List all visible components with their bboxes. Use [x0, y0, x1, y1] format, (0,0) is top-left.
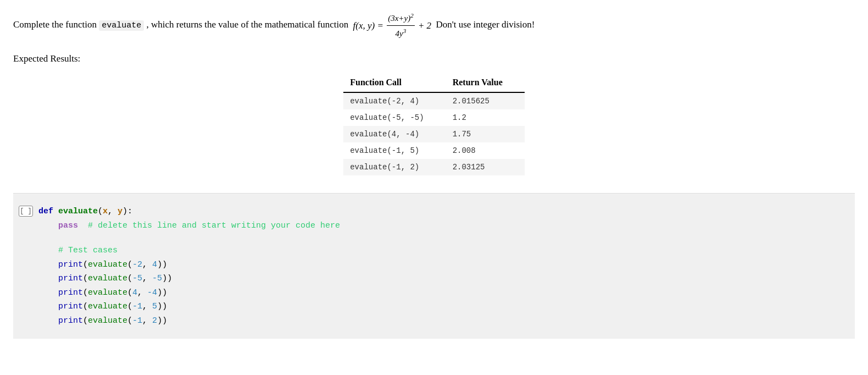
cell-value: 1.75 — [446, 126, 525, 142]
results-table: Function Call Return Value evaluate(-2, … — [343, 73, 525, 175]
problem-statement: Complete the function evaluate , which r… — [13, 11, 855, 40]
table-row: evaluate(-1, 5)2.008 — [343, 142, 525, 159]
comment-test-code: # Test cases — [38, 244, 118, 258]
def-code: def evaluate(x, y): — [38, 205, 132, 219]
print-line: print(evaluate(4, -4)) — [19, 286, 844, 300]
function-name-inline: evaluate — [99, 20, 144, 31]
cell-value: 2.015625 — [446, 92, 525, 109]
denominator: 4y3 — [394, 26, 408, 40]
cell-call: evaluate(-1, 2) — [343, 159, 446, 175]
print-line: print(evaluate(-2, 4)) — [19, 258, 844, 272]
cell-value: 1.2 — [446, 109, 525, 126]
print-code: print(evaluate(-1, 5)) — [38, 300, 167, 314]
description-text: , which returns the value of the mathema… — [147, 19, 349, 30]
pass-line: pass # delete this line and start writin… — [19, 219, 844, 233]
cell-call: evaluate(-2, 4) — [343, 92, 446, 109]
formula-label: f(x, y) = — [353, 18, 386, 33]
intro-text: Complete the function — [13, 19, 97, 30]
cell-call: evaluate(-1, 5) — [343, 142, 446, 159]
table-header-row: Function Call Return Value — [343, 73, 525, 92]
table-row: evaluate(-5, -5)1.2 — [343, 109, 525, 126]
results-table-container: Function Call Return Value evaluate(-2, … — [13, 73, 855, 175]
col-function-call: Function Call — [343, 73, 446, 92]
run-button[interactable]: [ ] — [19, 206, 33, 217]
cell-call: evaluate(4, -4) — [343, 126, 446, 142]
print-line: print(evaluate(-1, 5)) — [19, 300, 844, 314]
print-code: print(evaluate(4, -4)) — [38, 286, 167, 300]
cell-call: evaluate(-5, -5) — [343, 109, 446, 126]
table-row: evaluate(-2, 4)2.015625 — [343, 92, 525, 109]
expected-results-label: Expected Results: — [13, 53, 855, 64]
table-row: evaluate(4, -4)1.75 — [343, 126, 525, 142]
plus-two: + 2 — [416, 18, 431, 33]
def-line: [ ] def evaluate(x, y): — [19, 205, 844, 219]
numerator: (3x+y)2 — [387, 11, 414, 26]
print-code: print(evaluate(-1, 2)) — [38, 314, 167, 328]
table-row: evaluate(-1, 2)2.03125 — [343, 159, 525, 175]
fraction: (3x+y)2 4y3 — [387, 11, 414, 40]
print-line: print(evaluate(-1, 2)) — [19, 314, 844, 328]
comment-test-line: # Test cases — [19, 244, 844, 258]
print-code: print(evaluate(-5, -5)) — [38, 272, 172, 286]
math-formula: f(x, y) = (3x+y)2 4y3 + 2 — [353, 11, 432, 40]
col-return-value: Return Value — [446, 73, 525, 92]
cell-value: 2.008 — [446, 142, 525, 159]
cell-value: 2.03125 — [446, 159, 525, 175]
warning-text: Don't use integer division! — [436, 19, 535, 30]
code-editor[interactable]: [ ] def evaluate(x, y): pass # delete th… — [13, 193, 855, 339]
pass-code: pass # delete this line and start writin… — [38, 219, 340, 233]
print-line: print(evaluate(-5, -5)) — [19, 272, 844, 286]
print-code: print(evaluate(-2, 4)) — [38, 258, 167, 272]
